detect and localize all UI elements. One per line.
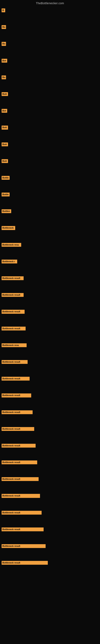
bar-row: Bottleneck result [1,376,99,381]
bar-label: Bottle [1,176,10,180]
bars-container: BBoBoBotBoBottBotBottBottBottBottleBottl… [0,6,100,568]
bar-label: Bottleneck result [1,310,25,314]
bar-row: Bottleneck [1,225,99,231]
bar-label: Bottleneck result [1,477,39,481]
bar-label: Bottleneck result [1,327,26,330]
bar-row: Bottleneck result [1,292,99,298]
bar-label: Bot [1,59,7,62]
bar-label: Bo [1,25,6,29]
bar-label: Bottlen [1,209,11,213]
bar-label: Bottleneck result [1,528,44,531]
bar-label: Bottleneck [1,226,15,230]
bar-label: Bottleneck result [1,544,46,548]
site-title: TheBottlenecker.com [0,0,100,6]
bar-label: Bottleneck result [1,394,31,397]
bar-row: Bo [1,75,99,80]
bar-row: Bottleneck result [1,560,99,566]
bar-label: Bott [1,142,8,146]
bar-row: Bottleneck result [1,359,99,365]
bar-label: Bottleneck result [1,427,34,431]
bar-row: Bottleneck result [1,393,99,398]
bar-row: Bottleneck result [1,426,99,432]
bar-label: Bottleneck result [1,494,40,498]
bar-row: Bo [1,41,99,46]
bar-label: Bo [1,76,6,79]
bar-row: Bottleneck result [1,493,99,498]
bar-row: Bottleneck result [1,276,99,281]
bar-row: Bottleneck result [1,460,99,465]
bar-row: Bottleneck result [1,443,99,448]
bar-row: B [1,8,99,13]
bar-row: Bottleneck result [1,476,99,482]
bar-row: Bottleneck resu [1,342,99,348]
bar-label: Bott [1,159,8,163]
bar-row: Bott [1,158,99,164]
bar-row: Bottle [1,175,99,180]
bar-label: B [1,8,5,12]
bar-label: Bottleneck result [1,410,33,414]
bar-row: Bot [1,108,99,114]
bar-label: Bottleneck result [1,276,24,280]
bar-row: Bottleneck result [1,410,99,415]
bar-row: Bo [1,24,99,30]
bar-row: Bott [1,91,99,97]
bar-row: Bottleneck result [1,544,99,549]
bar-label: Bottleneck r [1,260,17,264]
bar-row: Bottleneck result [1,326,99,331]
bar-label: Bott [1,92,8,96]
bar-label: Bottleneck result [1,360,28,364]
bar-label: Bottleneck result [1,377,30,380]
bar-row: Bottle [1,192,99,197]
bar-row: Bottleneck result [1,527,99,532]
bar-label: Bot [1,109,7,113]
bar-label: Bottleneck result [1,460,37,464]
bar-label: Bott [1,126,8,130]
bar-label: Bottleneck result [1,293,24,297]
bar-row: Bot [1,58,99,64]
bar-label: Bottleneck result [1,511,42,514]
bar-row: Bottleneck r [1,259,99,264]
bar-label: Bottle [1,192,10,196]
bar-row: Bottleneck result [1,510,99,516]
bar-row: Bottleneck result [1,309,99,314]
bar-label: Bottleneck resu [1,243,21,247]
bar-label: Bottleneck result [1,561,48,565]
bar-label: Bottleneck result [1,444,36,448]
bar-label: Bottleneck resu [1,343,27,347]
bar-label: Bo [1,42,6,46]
bar-row: Bott [1,142,99,147]
bar-row: Bottleneck resu [1,242,99,248]
bar-row: Bottlen [1,208,99,214]
bar-row: Bott [1,125,99,130]
